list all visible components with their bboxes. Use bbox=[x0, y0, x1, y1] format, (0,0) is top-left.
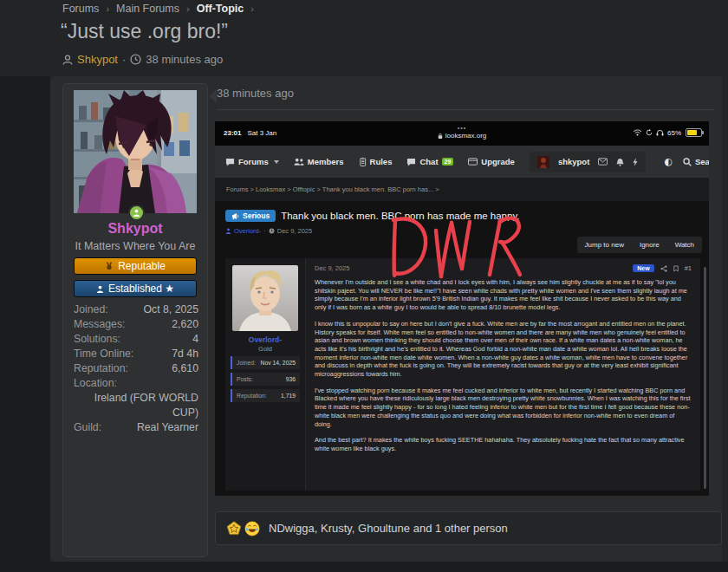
stat-label: Posts: bbox=[237, 376, 253, 382]
stat-value[interactable]: 4 bbox=[192, 332, 198, 347]
poster-stats: Joined: Oct 8, 2025 Messages: 2,620 Solu… bbox=[74, 302, 198, 435]
breadcrumb-item-off-topic[interactable]: Off-Topic bbox=[197, 3, 244, 15]
stat-label: Time Online: bbox=[74, 347, 133, 361]
ipad-scroll-indicator bbox=[704, 267, 706, 489]
stat-label: Reputation: bbox=[74, 361, 128, 376]
forum-page: Forums › Main Forums › Off-Topic › “Just… bbox=[0, 0, 728, 572]
nav-upgrade: Upgrade bbox=[468, 157, 515, 166]
stat-label: Joined: bbox=[74, 302, 108, 317]
laughing-crying-reaction-icon bbox=[244, 521, 260, 536]
ignore-button: Ignore bbox=[632, 237, 667, 253]
nav-members-label: Members bbox=[308, 157, 344, 166]
embedded-poster-rank: Gold bbox=[225, 345, 305, 353]
status-icons: 65% bbox=[633, 128, 702, 137]
site-url: looksmax.org bbox=[445, 132, 487, 140]
thread-byline: Shkypot · 38 minutes ago bbox=[62, 53, 223, 66]
embedded-poster-panel: Overlord- Gold Joined: Nov 14, 2025 Post… bbox=[225, 258, 306, 491]
post-paragraph: Whenever I'm outside and I see a white c… bbox=[315, 278, 692, 312]
nav-rules: Rules bbox=[359, 157, 393, 166]
thread-timestamp[interactable]: 38 minutes ago bbox=[146, 53, 223, 66]
stat-value: Nov 14, 2025 bbox=[261, 360, 296, 366]
battery-icon bbox=[686, 128, 702, 137]
stat-reputation: Reputation: 6,610 bbox=[74, 361, 198, 376]
embedded-stat-joined: Joined: Nov 14, 2025 bbox=[231, 356, 300, 369]
theme-toggle-icon: ◐ bbox=[664, 156, 673, 167]
share-icon bbox=[660, 265, 667, 272]
stat-label: Messages: bbox=[74, 317, 125, 332]
window-icon bbox=[468, 158, 478, 166]
attached-screenshot-image[interactable]: 23:01 Sat 3 Jan ••• looksmax.org bbox=[215, 121, 709, 496]
breadcrumb-separator: › bbox=[250, 3, 254, 14]
breadcrumb-item-forums[interactable]: Forums bbox=[62, 3, 99, 15]
post-paragraph: I know this is unpopular to say on here … bbox=[315, 320, 692, 379]
breadcrumb-item-main-forums[interactable]: Main Forums bbox=[116, 3, 179, 15]
chat-bubble-icon bbox=[225, 158, 235, 166]
chevron-down-icon bbox=[274, 160, 279, 164]
search-icon bbox=[683, 158, 692, 166]
stat-value: Oct 8, 2025 bbox=[143, 302, 198, 317]
embedded-post: Overlord- Gold Joined: Nov 14, 2025 Post… bbox=[225, 258, 700, 491]
nav-user-avatar bbox=[537, 156, 549, 168]
members-icon bbox=[294, 158, 304, 166]
star-badge-reaction-icon bbox=[226, 521, 242, 536]
stat-messages: Messages: 2,620 bbox=[74, 317, 198, 332]
embedded-post-body: Whenever I'm outside and I see a white c… bbox=[315, 278, 692, 453]
stat-value[interactable]: 2,620 bbox=[172, 317, 198, 332]
bell-icon bbox=[616, 158, 624, 166]
badge-established: Established ★ bbox=[74, 280, 197, 297]
stat-location: Location: bbox=[74, 376, 198, 391]
poster-avatar[interactable] bbox=[74, 90, 197, 213]
lightning-icon bbox=[633, 158, 638, 166]
serious-tag-label: Serious bbox=[243, 211, 270, 220]
online-status-badge bbox=[128, 205, 145, 221]
embedded-nav-bar: Forums Members Rules bbox=[215, 146, 709, 178]
person-icon bbox=[225, 228, 231, 234]
embedded-stat-posts: Posts: 936 bbox=[231, 373, 300, 386]
poster-user-title: It Matters Where You Are bbox=[63, 240, 207, 252]
serious-tag: Serious bbox=[225, 210, 276, 222]
reactions-users-text[interactable]: NDwigga, Krusty, Ghoultune and 1 other p… bbox=[269, 522, 508, 535]
watch-button: Watch bbox=[667, 237, 702, 253]
embedded-post-date: Dec 9, 2025 bbox=[315, 264, 349, 272]
badge-established-label: Established ★ bbox=[108, 283, 174, 295]
nav-chat: Chat 29 bbox=[406, 157, 453, 166]
stat-value: 7d 4h bbox=[172, 347, 198, 361]
ipad-status-bar: 23:01 Sat 3 Jan ••• looksmax.org bbox=[215, 121, 709, 146]
poster-username[interactable]: Shkypot bbox=[63, 221, 207, 237]
embedded-thread-actions: Jump to new Ignore Watch bbox=[577, 237, 702, 253]
rotation-lock-icon bbox=[646, 129, 653, 136]
thread-author-link[interactable]: Shkypot bbox=[77, 53, 118, 66]
envelope-icon bbox=[598, 158, 608, 166]
reactions-bar[interactable]: NDwigga, Krusty, Ghoultune and 1 other p… bbox=[215, 511, 722, 545]
poster-user-panel: Shkypot It Matters Where You Are Reputab… bbox=[62, 83, 208, 557]
medal-icon bbox=[105, 262, 114, 270]
stat-value: 1,719 bbox=[281, 393, 296, 399]
person-icon bbox=[96, 285, 104, 293]
post-header-divider bbox=[217, 109, 714, 110]
nav-search: Search bbox=[683, 157, 709, 166]
stat-label: Joined: bbox=[237, 360, 256, 366]
battery-percent: 65% bbox=[667, 129, 681, 137]
embedded-thread-byline: Overlord- · Dec 9, 2025 bbox=[225, 227, 312, 235]
page-title: “Just use .org bro!” bbox=[61, 20, 228, 43]
embedded-poster-avatar bbox=[232, 265, 298, 331]
nav-username: shkypot bbox=[558, 157, 589, 166]
stat-guild: Guild: Real Yearner bbox=[74, 420, 198, 435]
lock-icon bbox=[438, 133, 443, 140]
clock-icon bbox=[269, 228, 275, 234]
chat-bubble-icon bbox=[406, 158, 416, 166]
nav-forums-label: Forums bbox=[238, 157, 269, 166]
nav-user-area: shkypot bbox=[530, 152, 646, 172]
embedded-thread-title-row: Serious Thank you black men. BBC porn ha… bbox=[225, 210, 519, 222]
embedded-thread-title: Thank you black men. BBC porn has made m… bbox=[281, 211, 519, 221]
megaphone-icon bbox=[231, 212, 240, 220]
stat-label: Guild: bbox=[74, 420, 101, 435]
stat-label: Solutions: bbox=[74, 332, 120, 347]
embedded-stat-reputation: Reputation: 1,719 bbox=[231, 389, 300, 402]
message-bubble-arrow bbox=[209, 89, 217, 103]
byline-separator: · bbox=[122, 53, 126, 66]
nav-end-area: ◐ Search bbox=[664, 156, 709, 167]
nav-upgrade-label: Upgrade bbox=[481, 157, 515, 166]
badge-reputable: Reputable bbox=[74, 257, 197, 275]
post-timestamp[interactable]: 38 minutes ago bbox=[217, 87, 294, 100]
